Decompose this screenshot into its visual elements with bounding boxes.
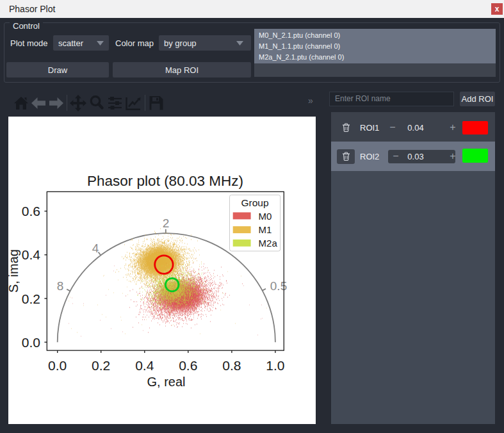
svg-text:0.2: 0.2 xyxy=(22,291,40,306)
svg-text:Phasor plot (80.03 MHz): Phasor plot (80.03 MHz) xyxy=(87,173,243,189)
svg-text:8: 8 xyxy=(57,279,64,293)
svg-text:4: 4 xyxy=(92,241,99,255)
svg-text:M0: M0 xyxy=(259,211,272,222)
svg-text:0.8: 0.8 xyxy=(222,358,241,373)
svg-text:Group: Group xyxy=(241,197,268,208)
svg-text:2: 2 xyxy=(163,216,170,230)
svg-text:0.0: 0.0 xyxy=(48,358,67,373)
svg-text:M1: M1 xyxy=(259,224,272,235)
svg-text:0.4: 0.4 xyxy=(135,358,154,373)
svg-text:0.2: 0.2 xyxy=(92,358,110,373)
svg-text:G, real: G, real xyxy=(147,375,185,389)
svg-text:S, imag: S, imag xyxy=(8,249,20,293)
svg-text:M2a: M2a xyxy=(259,238,278,249)
svg-text:1.0: 1.0 xyxy=(266,358,284,373)
svg-text:0.5: 0.5 xyxy=(270,279,287,293)
svg-text:0.6: 0.6 xyxy=(22,204,40,218)
svg-text:0.4: 0.4 xyxy=(22,247,41,262)
svg-text:0.0: 0.0 xyxy=(22,335,40,350)
svg-text:0.6: 0.6 xyxy=(179,358,197,373)
